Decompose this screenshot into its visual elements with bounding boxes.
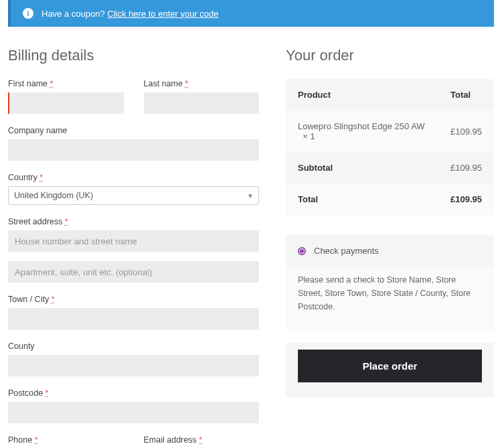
total-row: Total £109.95 (286, 183, 494, 215)
county-label: County (8, 342, 259, 351)
country-label: Country * (8, 173, 259, 182)
last-name-input[interactable] (144, 92, 260, 114)
postcode-label: Postcode * (8, 388, 259, 398)
town-input[interactable] (8, 308, 259, 329)
phone-label: Phone * (8, 435, 124, 445)
street-address-1-input[interactable] (8, 230, 259, 252)
billing-heading: Billing details (8, 47, 259, 64)
product-total: £109.95 (438, 110, 494, 152)
product-qty: × 1 (298, 131, 315, 141)
col-total: Total (438, 79, 494, 110)
subtotal-value: £109.95 (438, 152, 494, 183)
street-label: Street address * (8, 217, 259, 226)
payment-method-check[interactable]: Check payments (286, 235, 494, 267)
subtotal-row: Subtotal £109.95 (286, 152, 494, 183)
county-input[interactable] (8, 355, 259, 376)
town-label: Town / City * (8, 295, 259, 304)
total-value: £109.95 (438, 183, 494, 215)
radio-checked-icon (298, 247, 306, 255)
order-heading: Your order (286, 47, 494, 64)
first-name-input[interactable] (8, 92, 124, 114)
company-input[interactable] (8, 139, 259, 161)
email-label: Email address * (144, 435, 260, 445)
country-select[interactable]: United Kingdom (UK) (8, 186, 259, 205)
last-name-label: Last name * (144, 79, 260, 88)
payment-description: Please send a check to Store Name, Store… (286, 267, 494, 331)
product-name: Lowepro Slingshot Edge 250 AW (298, 121, 425, 131)
company-label: Company name (8, 126, 259, 135)
place-order-section: Place order (286, 343, 494, 397)
place-order-button[interactable]: Place order (298, 350, 482, 382)
col-product: Product (286, 79, 438, 110)
coupon-banner: i Have a coupon? Click here to enter you… (8, 0, 494, 27)
total-label: Total (286, 183, 438, 215)
postcode-input[interactable] (8, 402, 259, 423)
coupon-link[interactable]: Click here to enter your code (107, 9, 218, 19)
payment-box: Check payments Please send a check to St… (286, 235, 494, 331)
street-address-2-input[interactable] (8, 261, 259, 283)
order-item-row: Lowepro Slingshot Edge 250 AW × 1 £109.9… (286, 110, 494, 152)
payment-method-label: Check payments (314, 246, 379, 256)
order-review-table: Product Total Lowepro Slingshot Edge 250… (286, 79, 494, 215)
subtotal-label: Subtotal (286, 152, 438, 183)
info-icon: i (23, 8, 33, 19)
coupon-prompt: Have a coupon? (41, 9, 105, 19)
first-name-label: First name * (8, 79, 124, 88)
